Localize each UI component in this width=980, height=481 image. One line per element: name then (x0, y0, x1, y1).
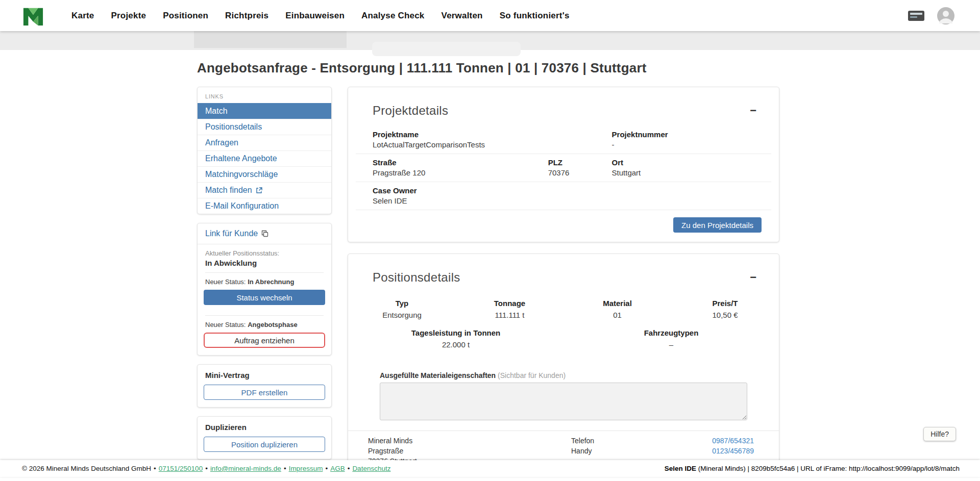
footer-copyright: © 2026 Mineral Minds Deutschland GmbH (22, 465, 151, 472)
sidebar-item-match-finden[interactable]: Match finden (198, 182, 331, 198)
contact-street: Pragstraße (368, 446, 571, 456)
help-button[interactable]: Hilfe? (923, 427, 956, 441)
next-status-label: Neuer Status: (205, 321, 246, 328)
nav-item-positionen[interactable]: Positionen (163, 11, 208, 21)
next-status-line: Neuer Status: In Abrechnung (198, 273, 331, 290)
sidebar-item-label: Anfragen (205, 138, 238, 147)
project-details-row: Straße Pragstraße 120 PLZ 70376 Ort Stut… (356, 154, 771, 182)
field-label: PLZ (548, 158, 612, 167)
sidebar-item-label: Match (205, 107, 228, 116)
customer-link[interactable]: Link für Kunde (198, 223, 331, 244)
left-sidebar: LINKS Match Positionsdetails Anfragen Er… (197, 87, 332, 481)
nav-item-verwalten[interactable]: Verwalten (442, 11, 483, 21)
nav-item-richtpreis[interactable]: Richtpreis (225, 11, 268, 21)
footer-separator: • (284, 465, 286, 472)
next-status-value: In Abrechnung (248, 278, 294, 286)
stat-value: 22.000 t (348, 340, 564, 349)
contact-telefon-link[interactable]: 0987/654321 (673, 436, 754, 446)
material-properties-label: Ausgefüllte Materialeigenschaften (Sicht… (380, 371, 747, 379)
field-label: Case Owner (373, 186, 612, 195)
sidebar-item-match[interactable]: Match (198, 103, 331, 119)
user-avatar-icon[interactable] (937, 7, 954, 24)
nav-item-so-funktionierts[interactable]: So funktioniert's (500, 11, 570, 21)
footer-left: © 2026 Mineral Minds Deutschland GmbH • … (22, 465, 390, 472)
mini-contract-card: Mini-Vertrag PDF erstellen (197, 364, 332, 408)
nav-item-projekte[interactable]: Projekte (111, 11, 146, 21)
field-label: Ort (612, 158, 771, 167)
scrolled-content-strip (0, 31, 980, 50)
footer-separator: • (325, 465, 328, 472)
links-heading: LINKS (198, 87, 331, 103)
stat-value: Entsorgung (348, 311, 456, 319)
page-title: Angebotsanfrage - Entsorgung | 111.111 T… (197, 60, 980, 76)
card-reader-icon[interactable] (908, 10, 925, 21)
next-status-value: Angebotsphase (248, 321, 298, 328)
stat-label: Typ (348, 299, 456, 308)
position-details-card: Positionsdetails − Typ Entsorgung Tonnag… (348, 254, 779, 474)
project-details-title: Projektdetails (373, 104, 448, 118)
project-details-row: Case Owner Selen IDE (356, 182, 771, 210)
footer-separator: • (154, 465, 156, 472)
field-value: - (612, 140, 771, 149)
stat-value: 10,50 € (671, 311, 779, 319)
footer-session-user: Selen IDE (665, 465, 696, 472)
duplicate-heading: Duplizieren (205, 423, 324, 432)
position-stats-row: Typ Entsorgung Tonnage 111.111 t Materia… (348, 293, 779, 323)
create-pdf-button[interactable]: PDF erstellen (204, 385, 325, 400)
next-status-line: Neuer Status: Angebotsphase (198, 316, 331, 333)
footer-datenschutz-link[interactable]: Datenschutz (352, 465, 390, 472)
contact-handy-label: Handy (571, 446, 673, 456)
nav-item-einbauweisen[interactable]: Einbauweisen (285, 11, 345, 21)
collapse-position-details-button[interactable]: − (750, 272, 756, 283)
footer-session-info: Selen IDE (Mineral Minds) | 8209b5fc54a6… (665, 465, 960, 472)
nav-item-karte[interactable]: Karte (71, 11, 94, 21)
page-content: Angebotsanfrage - Entsorgung | 111.111 T… (0, 50, 980, 481)
material-properties-hint: (Sichtbar für Kunden) (498, 371, 566, 379)
project-details-row: Projektname LotActualTargetComparisonTes… (356, 126, 771, 154)
top-navigation-bar: Karte Projekte Positionen Richtpreis Ein… (0, 0, 980, 31)
field-label: Projektnummer (612, 130, 771, 139)
field-value: 70376 (548, 168, 612, 177)
customer-link-label: Link für Kunde (205, 229, 258, 238)
duplicate-position-button[interactable]: Position duplizieren (204, 437, 325, 452)
sidebar-item-matchingvorschlaege[interactable]: Matchingvorschläge (198, 166, 331, 182)
collapse-project-details-button[interactable]: − (750, 105, 756, 116)
field-value: Selen IDE (373, 196, 612, 205)
sidebar-item-erhaltene-angebote[interactable]: Erhaltene Angebote (198, 150, 331, 166)
main-nav: Karte Projekte Positionen Richtpreis Ein… (71, 11, 908, 21)
next-status-label: Neuer Status: (205, 278, 246, 286)
mineral-minds-logo[interactable] (21, 5, 45, 27)
withdraw-order-button[interactable]: Auftrag entziehen (204, 333, 325, 348)
sidebar-item-label: Positionsdetails (205, 122, 262, 132)
sidebar-item-email-konfiguration[interactable]: E-Mail Konfiguration (198, 198, 331, 214)
sidebar-item-label: Erhaltene Angebote (205, 154, 277, 163)
footer-agb-link[interactable]: AGB (330, 465, 345, 472)
stat-value: 111.111 t (456, 311, 564, 319)
field-value: Pragstraße 120 (373, 168, 548, 177)
footer-separator: • (348, 465, 350, 472)
current-status-value: In Abwicklung (205, 259, 324, 267)
field-label: Projektname (373, 130, 612, 139)
contact-telefon-label: Telefon (571, 436, 673, 446)
nav-item-analyse-check[interactable]: Analyse Check (361, 11, 425, 21)
stat-label: Tonnage (456, 299, 564, 308)
footer-session-details: (Mineral Minds) | 8209b5fc54a6 | URL of … (698, 465, 960, 472)
copy-icon (261, 230, 268, 237)
contact-handy-link[interactable]: 0123/456789 (673, 446, 754, 456)
footer-email-link[interactable]: info@mineral-minds.de (210, 465, 281, 472)
sidebar-item-anfragen[interactable]: Anfragen (198, 135, 331, 150)
material-properties-textarea[interactable] (380, 383, 747, 420)
stat-value: 01 (564, 311, 671, 319)
loading-placeholder (372, 42, 521, 56)
footer-impressum-link[interactable]: Impressum (289, 465, 323, 472)
position-stats-row: Tagesleistung in Tonnen 22.000 t Fahrzeu… (348, 323, 779, 354)
sidebar-item-positionsdetails[interactable]: Positionsdetails (198, 119, 331, 135)
go-to-project-details-button[interactable]: Zu den Projektdetails (673, 217, 762, 233)
links-menu-card: LINKS Match Positionsdetails Anfragen Er… (197, 87, 332, 214)
mini-contract-heading: Mini-Vertrag (205, 371, 324, 379)
change-status-button[interactable]: Status wechseln (204, 290, 325, 305)
footer-phone-link[interactable]: 07151/250100 (159, 465, 203, 472)
stat-label: Fahrzeugtypen (564, 328, 779, 337)
project-details-card: Projektdetails − Projektname LotActualTa… (348, 87, 779, 242)
field-label: Straße (373, 158, 548, 167)
